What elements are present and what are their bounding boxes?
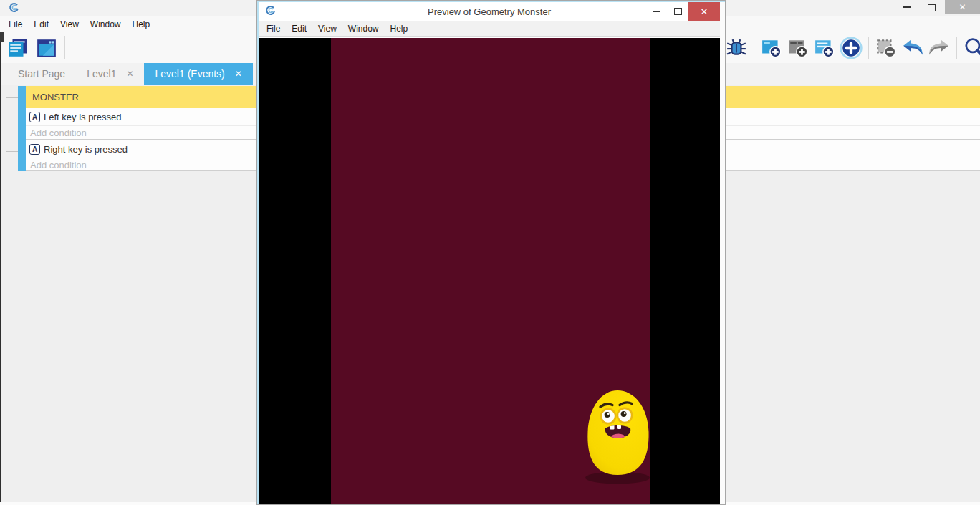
event-group-drag-bar[interactable] [18, 86, 26, 108]
toolbar-separator [64, 36, 65, 59]
menu-edit[interactable]: Edit [28, 17, 54, 32]
menu-help[interactable]: Help [385, 21, 414, 36]
tab-label: Level1 [87, 68, 116, 80]
menu-file[interactable]: File [3, 17, 28, 32]
preview-maximize-button[interactable] [667, 2, 688, 21]
redo-icon[interactable] [928, 37, 951, 59]
add-other-event-icon[interactable] [840, 37, 863, 59]
preview-minimize-button[interactable] [645, 2, 667, 21]
event-tree-line [6, 151, 18, 152]
preview-titlebar: Preview of Geometry Monster ✕ [259, 2, 720, 21]
toolbar-separator [956, 37, 957, 59]
gdevelop-logo-icon [9, 2, 19, 16]
add-condition-label: Add condition [30, 128, 87, 138]
panel-left-edge-notch [0, 32, 4, 42]
events-sheet-icon[interactable] [7, 37, 29, 59]
game-canvas[interactable] [259, 38, 720, 504]
search-icon[interactable] [963, 37, 980, 59]
maximize-icon [674, 8, 682, 15]
minimize-icon [903, 6, 911, 8]
event-drag-bar[interactable] [18, 108, 26, 140]
tab-close-icon[interactable]: ✕ [126, 69, 133, 79]
condition-text: Right key is pressed [44, 144, 128, 155]
event-group-label: MONSTER [32, 92, 79, 102]
minimize-icon [653, 11, 660, 12]
tab-level1-events[interactable]: Level1 (Events) ✕ [144, 63, 252, 85]
tab-start-page[interactable]: Start Page [7, 63, 76, 85]
menu-view[interactable]: View [312, 21, 342, 36]
scene-editor-icon[interactable] [36, 37, 57, 59]
tab-close-icon[interactable]: ✕ [235, 69, 242, 79]
undo-icon[interactable] [901, 37, 924, 59]
main-close-button[interactable]: ✕ [945, 0, 980, 14]
add-condition-label: Add condition [30, 160, 87, 170]
monster-sprite [584, 388, 653, 484]
preview-close-button[interactable]: ✕ [688, 2, 720, 21]
event-tree-line [6, 97, 6, 151]
tab-label: Level1 (Events) [155, 68, 224, 80]
tab-level1[interactable]: Level1 ✕ [76, 63, 144, 85]
keyboard-key-icon: A [29, 144, 40, 155]
add-comment-icon[interactable] [813, 37, 836, 59]
close-icon: ✕ [959, 2, 966, 12]
menu-window[interactable]: Window [85, 17, 127, 32]
delete-selection-icon[interactable] [875, 37, 898, 59]
panel-left-edge [0, 32, 1, 505]
toolbar-separator [868, 37, 869, 59]
main-restore-button[interactable] [919, 0, 945, 14]
menu-file[interactable]: File [261, 21, 286, 36]
menu-window[interactable]: Window [342, 21, 385, 36]
condition-text: Left key is pressed [44, 112, 121, 122]
event-tree-line [6, 122, 18, 122]
add-subevent-icon[interactable] [787, 37, 810, 59]
preview-menubar: File Edit View Window Help [259, 21, 720, 37]
restore-icon [928, 4, 936, 11]
preview-window: Preview of Geometry Monster ✕ File Edit … [256, 0, 726, 505]
tab-label: Start Page [18, 68, 65, 80]
menu-help[interactable]: Help [127, 17, 156, 32]
main-minimize-button[interactable] [893, 0, 919, 14]
keyboard-key-icon: A [29, 112, 40, 122]
add-event-icon[interactable] [760, 37, 783, 59]
close-icon: ✕ [701, 6, 708, 17]
toolbar-separator [754, 37, 754, 59]
menu-edit[interactable]: Edit [286, 21, 312, 36]
event-tree-line [6, 97, 18, 98]
menu-view[interactable]: View [54, 17, 85, 32]
event-drag-bar[interactable] [18, 140, 26, 171]
debugger-icon[interactable] [725, 37, 748, 59]
